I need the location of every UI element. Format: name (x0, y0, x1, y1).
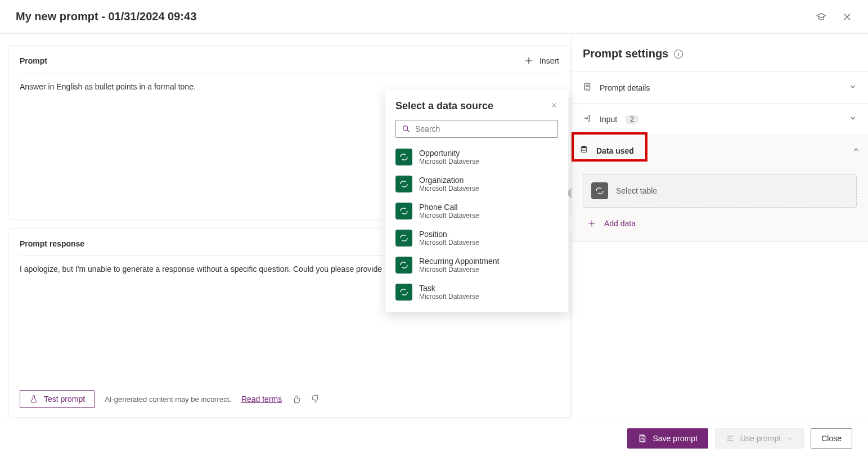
data-source-name: Organization (419, 176, 479, 185)
dataverse-icon (395, 284, 412, 301)
use-icon (726, 434, 735, 443)
data-source-subtitle: Microsoft Dataverse (419, 212, 479, 219)
data-source-item[interactable]: Recurring Appointment Microsoft Datavers… (385, 252, 568, 279)
footer-bar: Save prompt Use prompt Close (0, 419, 868, 457)
data-source-subtitle: Microsoft Dataverse (419, 266, 499, 274)
read-terms-link[interactable]: Read terms (241, 395, 282, 404)
data-source-subtitle: Microsoft Dataverse (419, 185, 479, 192)
plus-icon (524, 56, 534, 66)
svg-rect-4 (641, 438, 644, 441)
search-icon (402, 124, 411, 133)
popover-header: Select a data source (385, 100, 568, 120)
data-source-popover: Select a data source Opportunity Microso… (385, 90, 568, 312)
settings-panel: Prompt settings i Prompt details Input 2 (571, 34, 868, 418)
insert-label: Insert (539, 56, 559, 65)
disclaimer-text: AI-generated content may be incorrect. (105, 395, 231, 404)
save-prompt-button[interactable]: Save prompt (627, 428, 708, 449)
response-footer: Test prompt AI-generated content may be … (20, 384, 559, 408)
chevron-down-icon (849, 114, 857, 124)
data-source-item[interactable]: Task Microsoft Dataverse (385, 279, 568, 306)
close-icon[interactable] (550, 101, 558, 111)
page-title: My new prompt - 01/31/2024 09:43 (16, 10, 196, 23)
data-source-item[interactable]: Phone Call Microsoft Dataverse (385, 198, 568, 225)
test-prompt-label: Test prompt (44, 395, 85, 404)
data-source-name: Phone Call (419, 203, 479, 212)
thumbs-up-icon[interactable] (292, 395, 301, 404)
data-source-name: Recurring Appointment (419, 257, 499, 266)
svg-rect-3 (641, 435, 644, 437)
add-data-button[interactable]: Add data (583, 219, 857, 228)
beaker-icon (29, 395, 38, 404)
data-source-subtitle: Microsoft Dataverse (419, 239, 479, 247)
chevron-down-icon (849, 83, 857, 92)
prompt-card-header: Prompt Insert (20, 56, 559, 73)
prompt-card-title: Prompt (20, 56, 47, 65)
dataverse-icon (395, 203, 412, 219)
dataverse-icon (395, 149, 412, 165)
dataverse-icon (395, 176, 412, 192)
response-card-title: Prompt response (20, 239, 84, 248)
save-icon (638, 434, 647, 443)
input-arrow-icon (583, 114, 592, 124)
settings-title: Prompt settings (583, 47, 668, 60)
data-source-subtitle: Microsoft Dataverse (419, 293, 479, 301)
search-input[interactable] (415, 124, 552, 133)
use-label: Use prompt (740, 434, 781, 443)
insert-button[interactable]: Insert (524, 56, 559, 66)
svg-point-1 (581, 146, 586, 148)
data-source-name: Opportunity (419, 149, 479, 158)
data-source-subtitle: Microsoft Dataverse (419, 158, 479, 165)
search-input-wrapper[interactable] (395, 120, 558, 138)
add-data-label: Add data (604, 219, 636, 228)
input-count-badge: 2 (625, 115, 639, 124)
close-icon[interactable] (842, 12, 852, 22)
data-source-item[interactable]: Position Microsoft Dataverse (385, 225, 568, 252)
select-table-label: Select table (616, 186, 657, 195)
accordion-input[interactable]: Input 2 (572, 103, 868, 135)
dataverse-icon (395, 230, 412, 247)
info-icon[interactable]: i (674, 50, 683, 59)
header-bar: My new prompt - 01/31/2024 09:43 (0, 0, 868, 34)
data-used-body: Select table Add data (572, 166, 868, 242)
chevron-down-icon (786, 435, 793, 442)
use-prompt-button[interactable]: Use prompt (715, 428, 804, 449)
dataverse-icon (395, 257, 412, 274)
accordion-label: Prompt details (600, 83, 650, 92)
accordion-prompt-details[interactable]: Prompt details (572, 71, 868, 103)
popover-title: Select a data source (395, 100, 493, 112)
close-label: Close (821, 434, 842, 443)
data-source-item[interactable]: Opportunity Microsoft Dataverse (385, 144, 568, 171)
accordion-data-used[interactable]: Data used (572, 135, 868, 166)
data-source-name: Position (419, 230, 479, 239)
database-icon (579, 145, 588, 156)
thumbs-down-icon[interactable] (311, 395, 320, 404)
document-icon (583, 82, 592, 93)
graduation-cap-icon[interactable] (816, 12, 826, 22)
header-actions (816, 12, 852, 22)
accordion-label: Input (600, 115, 617, 124)
dataverse-icon (591, 182, 608, 199)
accordion-label: Data used (596, 146, 634, 155)
test-prompt-button[interactable]: Test prompt (20, 390, 95, 408)
chevron-up-icon (852, 146, 860, 155)
settings-title-row: Prompt settings i (572, 47, 868, 71)
plus-icon (587, 219, 596, 228)
svg-point-2 (403, 126, 408, 131)
data-source-list: Opportunity Microsoft Dataverse Organiza… (385, 144, 568, 306)
data-source-item[interactable]: Organization Microsoft Dataverse (385, 171, 568, 198)
data-source-name: Task (419, 284, 479, 293)
select-table-button[interactable]: Select table (583, 174, 857, 208)
save-label: Save prompt (653, 434, 697, 443)
close-button[interactable]: Close (811, 428, 852, 449)
